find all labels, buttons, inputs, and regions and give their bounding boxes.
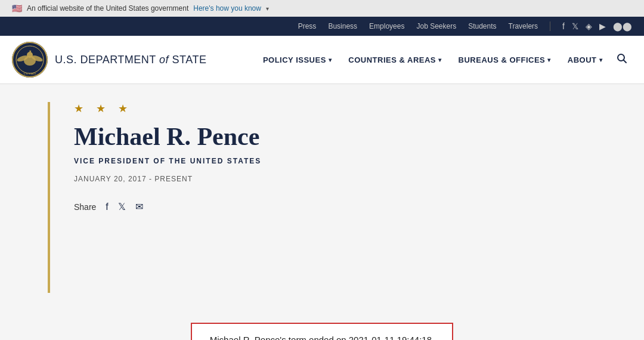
- social-icons: f 𝕏 ◈ ▶ ⬤⬤: [562, 21, 632, 31]
- date-range: JANUARY 20, 2017 - PRESENT: [74, 175, 620, 183]
- svg-text:U.S. STATE: U.S. STATE: [23, 72, 36, 75]
- flickr-icon[interactable]: ⬤⬤: [613, 21, 632, 31]
- nav-business[interactable]: Business: [328, 22, 357, 30]
- us-flag-icon: 🇺🇸: [12, 4, 22, 13]
- facebook-share-icon[interactable]: f: [106, 202, 108, 212]
- instagram-icon[interactable]: ◈: [586, 21, 592, 31]
- svg-line-9: [624, 60, 627, 63]
- stars-decoration: ★ ★ ★: [74, 102, 620, 115]
- chevron-down-icon: ▾: [329, 57, 332, 63]
- logo-area: ★ U.S. STATE U.S. DEPARTMENT of STATE: [12, 42, 206, 78]
- chevron-down-icon: ▾: [547, 57, 551, 63]
- chevron-down-icon: ▾: [599, 57, 603, 63]
- twitter-share-icon[interactable]: 𝕏: [118, 201, 126, 212]
- email-share-icon[interactable]: ✉: [135, 201, 143, 212]
- main-nav: POLICY ISSUES ▾ COUNTRIES & AREAS ▾ BURE…: [256, 48, 632, 71]
- chevron-icon: ▾: [266, 5, 269, 12]
- notice-text: Michael R. Pence's term ended on 2021-01…: [210, 335, 434, 340]
- share-label: Share: [74, 202, 96, 212]
- nav-policy-issues[interactable]: POLICY ISSUES ▾: [256, 51, 339, 69]
- secondary-nav: Press Business Employees Job Seekers Stu…: [0, 17, 644, 36]
- nav-bureaus-offices[interactable]: BUREAUS & OFFICES ▾: [451, 51, 558, 69]
- chevron-down-icon: ▾: [438, 57, 442, 63]
- nav-job-seekers[interactable]: Job Seekers: [416, 22, 456, 30]
- department-seal: ★ U.S. STATE: [12, 42, 48, 78]
- official-text: An official website of the United States…: [27, 4, 188, 13]
- svg-text:★: ★: [29, 50, 32, 53]
- notice-box: Michael R. Pence's term ended on 2021-01…: [191, 323, 453, 340]
- twitter-icon[interactable]: 𝕏: [572, 21, 578, 31]
- share-row: Share f 𝕏 ✉: [74, 201, 620, 212]
- notice-area: Michael R. Pence's term ended on 2021-01…: [0, 311, 644, 340]
- facebook-icon[interactable]: f: [562, 21, 565, 31]
- nav-press[interactable]: Press: [298, 22, 317, 30]
- page-content: ★ ★ ★ Michael R. Pence VICE PRESIDENT OF…: [0, 84, 644, 311]
- site-header: ★ U.S. STATE U.S. DEPARTMENT of STATE PO…: [0, 36, 644, 84]
- person-name: Michael R. Pence: [74, 122, 620, 151]
- nav-students[interactable]: Students: [468, 22, 496, 30]
- main-content: ★ ★ ★ Michael R. Pence VICE PRESIDENT OF…: [50, 84, 644, 311]
- search-button[interactable]: [612, 48, 632, 71]
- person-title: VICE PRESIDENT OF THE UNITED STATES: [74, 157, 620, 165]
- nav-divider: [550, 21, 550, 31]
- top-bar: 🇺🇸 An official website of the United Sta…: [0, 0, 644, 17]
- youtube-icon[interactable]: ▶: [599, 21, 606, 31]
- how-link[interactable]: Here's how you know: [193, 4, 261, 13]
- nav-about[interactable]: ABOUT ▾: [561, 51, 609, 69]
- nav-countries-areas[interactable]: COUNTRIES & AREAS ▾: [341, 51, 448, 69]
- nav-employees[interactable]: Employees: [369, 22, 404, 30]
- nav-travelers[interactable]: Travelers: [509, 22, 538, 30]
- department-name: U.S. DEPARTMENT of STATE: [55, 54, 206, 66]
